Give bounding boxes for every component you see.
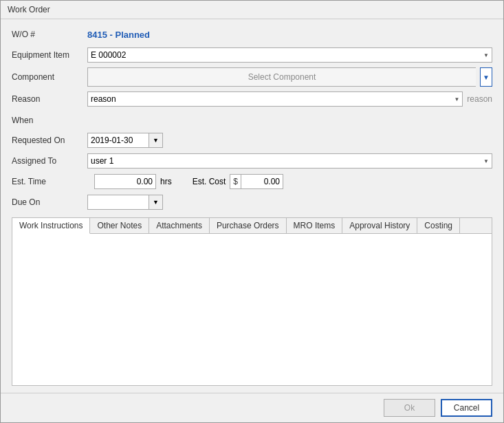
component-control: Select Component ▼ (87, 67, 492, 87)
equipment-label: Equipment Item (12, 50, 87, 60)
tab-costing[interactable]: Costing (417, 218, 460, 233)
est-cost-input-wrapper: $ (230, 174, 283, 189)
chevron-down-icon: ▼ (153, 137, 159, 144)
equipment-select-wrapper: E 000002 (87, 47, 492, 63)
est-row: Est. Time hrs Est. Cost $ (12, 173, 492, 190)
component-row: Component Select Component ▼ (12, 67, 492, 87)
select-component-button[interactable]: Select Component (87, 67, 476, 87)
tab-work-instructions[interactable]: Work Instructions (12, 218, 90, 234)
requested-on-input[interactable] (87, 133, 149, 148)
est-cost-control: Est. Cost $ (193, 174, 283, 189)
equipment-row: Equipment Item E 000002 (12, 47, 492, 63)
when-row: When (12, 111, 492, 128)
chevron-down-icon: ▼ (153, 199, 159, 206)
requested-on-row: Requested On ▼ (12, 132, 492, 149)
form-body: W/O # 8415 - Planned Equipment Item E 00… (1, 19, 503, 393)
assigned-to-select[interactable]: user 1 (87, 153, 492, 169)
tab-attachments[interactable]: Attachments (149, 218, 210, 233)
currency-symbol: $ (230, 175, 241, 188)
cancel-button[interactable]: Cancel (441, 399, 492, 417)
requested-on-date-wrapper: ▼ (87, 133, 163, 148)
ok-button[interactable]: Ok (384, 399, 435, 417)
est-cost-label: Est. Cost (193, 177, 226, 186)
assigned-to-select-wrapper: user 1 (87, 153, 492, 169)
due-on-control: ▼ (87, 195, 492, 210)
reason-link[interactable]: reason (467, 94, 492, 104)
tab-content-area (12, 234, 492, 385)
tab-other-notes[interactable]: Other Notes (90, 218, 149, 233)
wo-value-area: 8415 - Planned (87, 30, 492, 40)
tabs-header: Work Instructions Other Notes Attachment… (12, 218, 492, 234)
requested-on-calendar-btn[interactable]: ▼ (149, 133, 163, 148)
due-on-row: Due On ▼ (12, 194, 492, 210)
assigned-to-control: user 1 (87, 153, 492, 169)
reason-select[interactable]: reason (87, 91, 463, 107)
due-on-input[interactable] (87, 195, 149, 210)
equipment-control: E 000002 (87, 47, 492, 63)
tab-purchase-orders[interactable]: Purchase Orders (210, 218, 287, 233)
due-on-date-wrapper: ▼ (87, 195, 163, 210)
when-label: When (12, 116, 87, 125)
wo-value: 8415 - Planned (87, 30, 150, 40)
chevron-down-icon: ▼ (483, 74, 490, 81)
reason-label: Reason (12, 94, 87, 104)
tab-mro-items[interactable]: MRO Items (287, 218, 343, 233)
work-order-window: Work Order W/O # 8415 - Planned Equipmen… (0, 0, 504, 423)
window-footer: Ok Cancel (1, 393, 503, 422)
due-on-calendar-btn[interactable]: ▼ (149, 195, 163, 210)
wo-row: W/O # 8415 - Planned (12, 26, 492, 43)
equipment-select[interactable]: E 000002 (87, 47, 492, 63)
est-time-unit: hrs (160, 177, 172, 186)
reason-control: reason reason (87, 91, 492, 107)
wo-label: W/O # (12, 30, 87, 39)
requested-on-label: Requested On (12, 135, 87, 145)
reason-row: Reason reason reason (12, 91, 492, 107)
component-label: Component (12, 72, 87, 82)
assigned-to-label: Assigned To (12, 156, 87, 166)
est-time-label: Est. Time (12, 177, 87, 186)
est-time-control: hrs (94, 174, 172, 189)
window-title: Work Order (1, 1, 503, 19)
est-cost-input[interactable] (241, 175, 283, 188)
est-time-input[interactable] (94, 174, 156, 189)
reason-select-wrapper: reason (87, 91, 463, 107)
assigned-to-row: Assigned To user 1 (12, 153, 492, 169)
requested-on-control: ▼ (87, 133, 492, 148)
component-dropdown-btn[interactable]: ▼ (480, 67, 492, 87)
tab-approval-history[interactable]: Approval History (342, 218, 417, 233)
due-on-label: Due On (12, 197, 87, 207)
tabs-container: Work Instructions Other Notes Attachment… (12, 217, 492, 386)
